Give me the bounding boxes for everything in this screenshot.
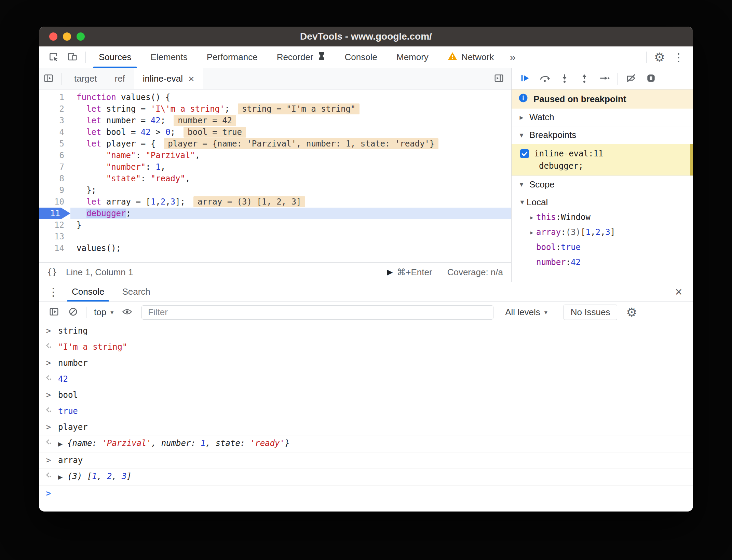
scope-variable-list: ▸this: Window▸array: (3) [1, 2, 3]▸bool:…	[512, 210, 693, 270]
code-line-text[interactable]: debugger;	[70, 208, 511, 219]
code-line-text[interactable]: let player = {player = {name: 'Parzival'…	[70, 138, 511, 150]
expand-icon[interactable]: ▸	[527, 228, 536, 237]
line-number[interactable]: 10	[39, 196, 70, 208]
scope-group-local[interactable]: ▾ Local	[512, 195, 693, 210]
line-number[interactable]: 13	[39, 231, 70, 242]
main-tab-console[interactable]: Console	[335, 46, 387, 68]
toggle-debugger-panel-button[interactable]	[489, 70, 509, 88]
deactivate-breakpoints-button[interactable]	[621, 70, 641, 87]
context-selector[interactable]: top ▾	[90, 307, 118, 318]
issues-counter[interactable]: No Issues	[564, 305, 618, 320]
filter-input[interactable]	[141, 305, 493, 320]
code-line-text[interactable]: }	[70, 219, 511, 231]
console-prompt-row[interactable]: >	[39, 486, 693, 501]
code-line-text[interactable]: let number = 42;number = 42	[70, 115, 511, 126]
line-number[interactable]: 14	[39, 242, 70, 254]
main-tab-strip: SourcesElementsPerformanceRecorderConsol…	[89, 46, 503, 68]
line-number[interactable]: 4	[39, 126, 70, 138]
expand-triangle-icon[interactable]: ▶	[58, 471, 63, 484]
code-line-text[interactable]: let bool = 42 > 0;bool = true	[70, 126, 511, 138]
step-out-button[interactable]	[574, 70, 594, 87]
expand-icon[interactable]: ▸	[527, 213, 536, 222]
code-token: }	[77, 220, 81, 230]
clear-console-button[interactable]	[64, 304, 83, 321]
line-number[interactable]: 2	[39, 103, 70, 115]
breakpoints-section-header[interactable]: ▾ Breakpoints	[512, 126, 693, 144]
scope-variable-bool[interactable]: ▸bool: true	[512, 240, 693, 255]
code-line-text[interactable]: let array = [1,2,3];array = (3) [1, 2, 3…	[70, 196, 511, 208]
console-sidebar-button[interactable]	[44, 304, 64, 321]
line-number[interactable]: 6	[39, 150, 70, 161]
console-tab-console[interactable]: Console	[63, 282, 113, 302]
settings-button[interactable]: ⚙	[650, 48, 669, 66]
main-tab-recorder[interactable]: Recorder	[267, 46, 335, 68]
code-line-text[interactable]	[70, 231, 511, 242]
main-tab-network[interactable]: Network	[438, 46, 503, 68]
watch-section-header[interactable]: ▸ Watch	[512, 109, 693, 126]
pause-on-exceptions-button[interactable]	[641, 70, 661, 87]
code-editor[interactable]: 1function values() {2 let string = 'I\'m…	[39, 89, 511, 262]
step-into-button[interactable]	[555, 70, 574, 87]
input-chevron-icon: >	[39, 357, 58, 369]
step-over-button[interactable]	[535, 70, 555, 87]
code-line-text[interactable]: "number": 1,	[70, 161, 511, 173]
more-tabs-button[interactable]: »	[503, 51, 522, 64]
line-number[interactable]: 3	[39, 115, 70, 126]
main-tab-memory[interactable]: Memory	[387, 46, 438, 68]
line-number[interactable]: 1	[39, 92, 70, 103]
step-button[interactable]	[594, 70, 614, 87]
toggle-navigator-button[interactable]	[39, 70, 58, 88]
code-token: ;	[161, 116, 165, 125]
code-token	[77, 151, 106, 160]
scope-variable-array[interactable]: ▸array: (3) [1, 2, 3]	[512, 225, 693, 240]
line-number[interactable]: 9	[39, 184, 70, 196]
main-tab-sources[interactable]: Sources	[89, 46, 141, 68]
file-tab-ref[interactable]: ref	[106, 68, 134, 89]
line-number[interactable]: 7	[39, 161, 70, 173]
code-token	[77, 197, 86, 207]
line-number[interactable]: 12	[39, 219, 70, 231]
code-token	[77, 116, 86, 125]
code-line-text[interactable]: let string = 'I\'m a string';string = "I…	[70, 103, 511, 115]
inspect-button[interactable]	[44, 48, 63, 66]
code-token: [	[581, 227, 585, 237]
expand-triangle-icon[interactable]: ▶	[58, 438, 63, 450]
file-tab-strip: targetrefinline-eval×	[65, 68, 203, 89]
main-tab-elements[interactable]: Elements	[141, 46, 197, 68]
file-tab-target[interactable]: target	[65, 68, 106, 89]
code-line-text[interactable]: };	[70, 184, 511, 196]
code-line-text[interactable]: "name": "Parzival",	[70, 150, 511, 161]
code-line-text[interactable]: function values() {	[70, 92, 511, 103]
console-menu-button[interactable]: ⋮	[44, 283, 63, 301]
scope-section-header[interactable]: ▾ Scope	[512, 176, 693, 193]
main-tab-performance[interactable]: Performance	[197, 46, 267, 68]
breakpoint-checkbox[interactable]	[520, 149, 529, 158]
code-token: true	[58, 405, 78, 417]
line-number[interactable]: 5	[39, 138, 70, 150]
more-options-button[interactable]: ⋮	[669, 48, 688, 66]
code-line-text[interactable]: "state": "ready",	[70, 173, 511, 184]
code-token: {name:	[67, 437, 102, 449]
line-number[interactable]: 8	[39, 173, 70, 184]
log-level-selector[interactable]: All levels ▾	[501, 307, 552, 318]
resume-script-button[interactable]	[515, 70, 535, 87]
breakpoint-entry[interactable]: inline-eval:11 debugger;	[512, 144, 693, 176]
close-tab-icon[interactable]: ×	[188, 74, 194, 84]
close-console-button[interactable]: ×	[669, 283, 688, 301]
zoom-window-button[interactable]	[77, 32, 85, 41]
console-settings-button[interactable]: ⚙	[622, 304, 641, 321]
console-tab-bar: ⋮ ConsoleSearch ×	[39, 282, 693, 302]
minimize-window-button[interactable]	[63, 32, 71, 41]
scope-variable-number[interactable]: ▸number: 42	[512, 255, 693, 270]
scope-variable-this[interactable]: ▸this: Window	[512, 210, 693, 225]
inspect-icon	[48, 52, 58, 63]
file-tab-inline-eval[interactable]: inline-eval×	[134, 68, 203, 89]
code-line-text[interactable]: values();	[70, 242, 511, 254]
console-tab-search[interactable]: Search	[113, 282, 159, 302]
live-expression-button[interactable]	[118, 304, 137, 321]
device-toolbar-button[interactable]	[63, 48, 82, 66]
close-window-button[interactable]	[49, 32, 57, 41]
execution-line-number[interactable]: 11	[39, 208, 70, 219]
format-code-icon[interactable]: {}	[47, 267, 57, 277]
divider	[85, 52, 86, 63]
